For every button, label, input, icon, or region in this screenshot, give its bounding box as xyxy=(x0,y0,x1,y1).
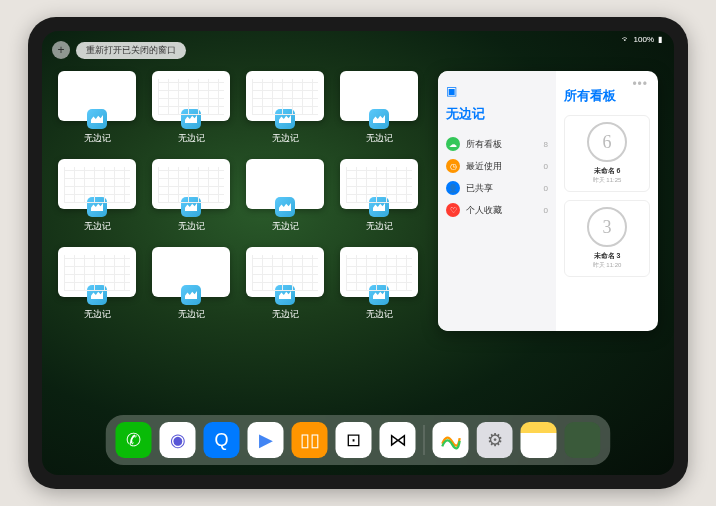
sidebar-item-icon: ♡ xyxy=(446,203,460,217)
thumbnail-preview xyxy=(152,247,230,297)
dock: ✆◉Q▶▯▯⊡⋈⚙ xyxy=(106,415,611,465)
window-grid: 无边记 无边记 无边记 无边记 无边记 无边记 无边记 无边记 xyxy=(58,71,418,413)
thumbnail-preview xyxy=(246,159,324,209)
freeform-app-icon xyxy=(181,197,201,217)
dock-recent-app-library[interactable] xyxy=(565,422,601,458)
thumbnail-preview xyxy=(152,159,230,209)
sidebar-toggle-icon[interactable]: ▣ xyxy=(446,84,457,98)
sidebar-item-label: 所有看板 xyxy=(466,138,502,151)
thumbnail-preview xyxy=(340,247,418,297)
status-bar: ᯤ 100% ▮ xyxy=(622,35,662,44)
sidebar-title: 无边记 xyxy=(446,105,548,123)
window-thumbnail[interactable]: 无边记 xyxy=(58,71,136,145)
window-thumbnail[interactable]: 无边记 xyxy=(58,247,136,321)
dock-recent-freeform[interactable] xyxy=(433,422,469,458)
more-icon[interactable]: ••• xyxy=(632,77,648,91)
board-card[interactable]: 3 未命名 3 昨天 11:20 xyxy=(564,200,650,277)
thumbnail-preview xyxy=(58,71,136,121)
sidebar-item[interactable]: ♡ 个人收藏 0 xyxy=(446,199,548,221)
freeform-app-icon xyxy=(87,285,107,305)
sidebar-item-icon: 👤 xyxy=(446,181,460,195)
thumbnail-preview xyxy=(246,247,324,297)
thumbnail-preview xyxy=(152,71,230,121)
dock-app-books[interactable]: ▯▯ xyxy=(292,422,328,458)
sidebar-item-label: 个人收藏 xyxy=(466,204,502,217)
new-window-button[interactable]: + xyxy=(52,41,70,59)
window-thumbnail[interactable]: 无边记 xyxy=(152,159,230,233)
window-thumbnail[interactable]: 无边记 xyxy=(246,159,324,233)
window-thumbnail[interactable]: 无边记 xyxy=(340,71,418,145)
top-controls: + 重新打开已关闭的窗口 xyxy=(52,41,186,59)
window-thumbnail[interactable]: 无边记 xyxy=(246,247,324,321)
thumbnail-label: 无边记 xyxy=(366,308,393,321)
sidebar-item[interactable]: ◷ 最近使用 0 xyxy=(446,155,548,177)
sidebar-item-count: 8 xyxy=(544,140,548,149)
thumbnail-preview xyxy=(58,247,136,297)
freeform-panel[interactable]: ••• ▣ 无边记 ☁ 所有看板 8 ◷ 最近使用 0 👤 已共享 0 ♡ 个人… xyxy=(438,71,658,331)
thumbnail-preview xyxy=(58,159,136,209)
thumbnail-preview xyxy=(340,71,418,121)
sidebar-item-label: 最近使用 xyxy=(466,160,502,173)
panel-sidebar: ▣ 无边记 ☁ 所有看板 8 ◷ 最近使用 0 👤 已共享 0 ♡ 个人收藏 0 xyxy=(438,71,556,331)
window-thumbnail[interactable]: 无边记 xyxy=(58,159,136,233)
sidebar-item-count: 0 xyxy=(544,184,548,193)
ipad-frame: ᯤ 100% ▮ + 重新打开已关闭的窗口 无边记 无边记 无边记 无边记 无边… xyxy=(28,17,688,489)
board-name: 未命名 3 xyxy=(571,251,643,261)
dock-app-connect[interactable]: ⋈ xyxy=(380,422,416,458)
window-thumbnail[interactable]: 无边记 xyxy=(340,159,418,233)
thumbnail-label: 无边记 xyxy=(84,308,111,321)
freeform-app-icon xyxy=(369,109,389,129)
dock-app-quark[interactable]: ◉ xyxy=(160,422,196,458)
thumbnail-label: 无边记 xyxy=(178,220,205,233)
freeform-app-icon xyxy=(275,109,295,129)
thumbnail-preview xyxy=(340,159,418,209)
window-thumbnail[interactable]: 无边记 xyxy=(340,247,418,321)
wifi-icon: ᯤ xyxy=(622,35,630,44)
board-name: 未命名 6 xyxy=(571,166,643,176)
sidebar-item-count: 0 xyxy=(544,162,548,171)
thumbnail-label: 无边记 xyxy=(272,220,299,233)
sidebar-item-label: 已共享 xyxy=(466,182,493,195)
sidebar-item[interactable]: 👤 已共享 0 xyxy=(446,177,548,199)
dock-app-play[interactable]: ▶ xyxy=(248,422,284,458)
dock-separator xyxy=(424,425,425,455)
thumbnail-label: 无边记 xyxy=(178,132,205,145)
thumbnail-label: 无边记 xyxy=(272,308,299,321)
freeform-app-icon xyxy=(181,109,201,129)
freeform-app-icon xyxy=(369,197,389,217)
content-area: 无边记 无边记 无边记 无边记 无边记 无边记 无边记 无边记 xyxy=(58,71,658,413)
dock-app-dot-square[interactable]: ⊡ xyxy=(336,422,372,458)
thumbnail-label: 无边记 xyxy=(272,132,299,145)
board-date: 昨天 11:25 xyxy=(571,176,643,185)
dock-app-browser-hd[interactable]: Q xyxy=(204,422,240,458)
freeform-app-icon xyxy=(87,109,107,129)
dock-recent-notes[interactable] xyxy=(521,422,557,458)
freeform-app-icon xyxy=(369,285,389,305)
thumbnail-label: 无边记 xyxy=(178,308,205,321)
panel-main: 所有看板 6 未命名 6 昨天 11:25 3 未命名 3 昨天 11:20 xyxy=(556,71,658,331)
thumbnail-label: 无边记 xyxy=(366,132,393,145)
screen: ᯤ 100% ▮ + 重新打开已关闭的窗口 无边记 无边记 无边记 无边记 无边… xyxy=(42,31,674,475)
window-thumbnail[interactable]: 无边记 xyxy=(152,71,230,145)
freeform-app-icon xyxy=(275,285,295,305)
board-thumbnail: 6 xyxy=(587,122,627,162)
window-thumbnail[interactable]: 无边记 xyxy=(152,247,230,321)
thumbnail-preview xyxy=(246,71,324,121)
window-thumbnail[interactable]: 无边记 xyxy=(246,71,324,145)
battery-label: 100% xyxy=(634,35,654,44)
sidebar-item-icon: ☁ xyxy=(446,137,460,151)
freeform-app-icon xyxy=(87,197,107,217)
sidebar-item-count: 0 xyxy=(544,206,548,215)
freeform-app-icon xyxy=(275,197,295,217)
board-date: 昨天 11:20 xyxy=(571,261,643,270)
thumbnail-label: 无边记 xyxy=(366,220,393,233)
thumbnail-label: 无边记 xyxy=(84,220,111,233)
sidebar-item[interactable]: ☁ 所有看板 8 xyxy=(446,133,548,155)
dock-app-wechat[interactable]: ✆ xyxy=(116,422,152,458)
dock-recent-settings[interactable]: ⚙ xyxy=(477,422,513,458)
board-thumbnail: 3 xyxy=(587,207,627,247)
battery-icon: ▮ xyxy=(658,35,662,44)
reopen-window-button[interactable]: 重新打开已关闭的窗口 xyxy=(76,42,186,59)
sidebar-item-icon: ◷ xyxy=(446,159,460,173)
board-card[interactable]: 6 未命名 6 昨天 11:25 xyxy=(564,115,650,192)
